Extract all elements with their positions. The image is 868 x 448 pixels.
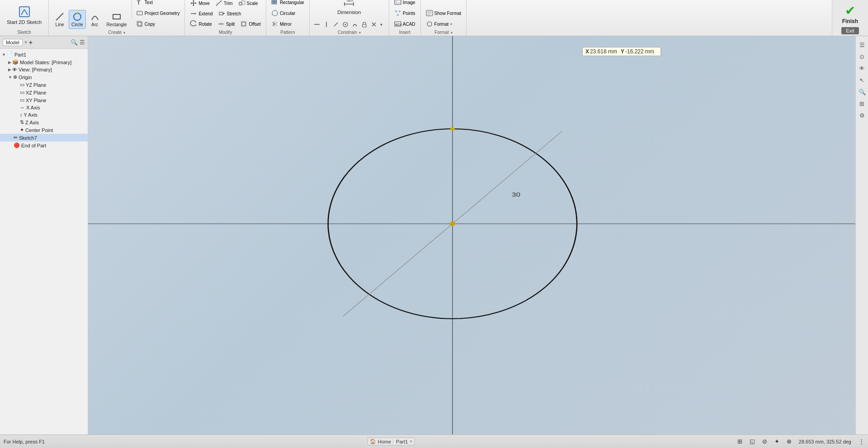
constraint-btn-7[interactable] <box>369 20 378 29</box>
format-button[interactable]: Format ▾ <box>424 19 463 29</box>
offset-button[interactable]: Offset <box>238 19 263 29</box>
tree-icon-xy-plane: ▭ <box>20 97 24 103</box>
svg-rect-11 <box>137 21 141 25</box>
right-btn-5[interactable]: 🔍 <box>857 87 867 97</box>
text-button[interactable]: T Text <box>134 0 182 7</box>
tree-item-yz-plane[interactable]: ▭YZ Plane <box>0 81 88 89</box>
rotate-button[interactable]: Rotate <box>188 19 214 29</box>
move-label: Move <box>198 1 209 6</box>
home-tab[interactable]: 🏠 <box>370 439 376 444</box>
tree-icon-x-axis: ↔ <box>20 105 25 110</box>
show-format-button[interactable]: Show Format <box>424 8 463 18</box>
lock-btn[interactable] <box>360 20 369 29</box>
home-tab-label[interactable]: Home <box>378 439 391 444</box>
svg-rect-33 <box>274 2 277 4</box>
svg-rect-22 <box>219 12 223 15</box>
acad-label: ACAD <box>403 22 415 27</box>
project-geometry-button[interactable]: Project Geometry <box>134 8 182 18</box>
tree-icon-view-primary: 👁 <box>12 67 17 72</box>
exit-button[interactable]: Exit <box>841 27 859 34</box>
tree-label-sketch7: Sketch7 <box>19 135 37 141</box>
constraint-btn-3[interactable] <box>331 20 340 29</box>
status-icon-3[interactable]: ⊘ <box>762 438 767 445</box>
tree-item-view-primary[interactable]: ▶👁View: [Primary] <box>0 66 88 73</box>
svg-rect-30 <box>272 0 274 1</box>
tree-item-origin[interactable]: ▼⊕Origin <box>0 73 88 81</box>
right-btn-3[interactable]: 👁 <box>857 63 867 73</box>
sketch-svg: 30 <box>88 36 855 434</box>
sidebar-search-icon[interactable]: 🔍 <box>71 39 78 46</box>
dimension-button[interactable]: dim Dimension <box>312 0 386 19</box>
tree-item-xy-plane[interactable]: ▭XY Plane <box>0 96 88 104</box>
svg-point-53 <box>399 10 401 12</box>
dimension-label: 30 <box>512 191 520 198</box>
scale-button[interactable]: Scale <box>236 0 260 8</box>
copy-button[interactable]: Copy <box>134 19 182 29</box>
circle-button[interactable]: Circle <box>69 10 86 29</box>
trim-button[interactable]: Trim <box>213 0 235 8</box>
finish-button[interactable]: ✔ Finish <box>838 1 863 26</box>
circular-button[interactable]: Circular <box>269 8 307 18</box>
add-tab-button[interactable]: + <box>29 39 33 46</box>
right-btn-6[interactable]: ⊞ <box>857 99 867 108</box>
tree-label-y-axis: Y Axis <box>24 112 38 118</box>
tree-item-part1[interactable]: ▼📄Part1 <box>0 51 88 58</box>
model-tab-close[interactable]: × <box>24 40 27 45</box>
right-btn-2[interactable]: ⊙ <box>857 52 867 61</box>
status-icon-2[interactable]: ◱ <box>750 438 755 445</box>
status-icon-4[interactable]: ✦ <box>774 438 779 445</box>
tree-label-xz-plane: XZ Plane <box>26 90 46 95</box>
sidebar-menu-icon[interactable]: ☰ <box>80 39 85 46</box>
right-btn-1[interactable]: ☰ <box>857 40 867 50</box>
start-2d-sketch-button[interactable]: Start 2D Sketch <box>3 1 46 29</box>
status-more-icon[interactable]: ⋮ <box>859 438 864 445</box>
part1-tab[interactable]: Part1 <box>393 439 408 444</box>
svg-point-54 <box>397 14 399 16</box>
extend-button[interactable]: Extend <box>188 9 215 19</box>
tree-item-xz-plane[interactable]: ▭XZ Plane <box>0 89 88 96</box>
canvas-area[interactable]: X 23.618 mm Y -16.222 mm 30 <box>88 36 855 434</box>
constraint-btn-5[interactable] <box>350 20 359 29</box>
constraint-btn-1[interactable] <box>312 20 321 29</box>
text-label: Text <box>145 0 153 5</box>
status-icon-1[interactable]: ⊞ <box>737 438 742 445</box>
tree-item-sketch7[interactable]: ✏Sketch7 <box>0 134 88 141</box>
toolbar-group-insert: Image Points ACAD ACAD Insert <box>389 0 421 36</box>
tree-item-y-axis[interactable]: ↕Y Axis <box>0 111 88 118</box>
top-circle-point[interactable] <box>450 127 455 131</box>
right-btn-7[interactable]: ⚙ <box>857 110 867 120</box>
move-button[interactable]: Move <box>188 0 212 8</box>
status-icon-5[interactable]: ⊕ <box>787 438 792 445</box>
sketch-group-label: Sketch <box>17 30 31 35</box>
arc-button[interactable]: Arc <box>87 10 103 29</box>
split-label: Split <box>226 22 235 27</box>
stretch-button[interactable]: Stretch <box>216 9 244 19</box>
tree-icon-xz-plane: ▭ <box>20 90 24 95</box>
right-btn-4[interactable]: ↖ <box>857 75 867 85</box>
svg-text:dim: dim <box>347 0 354 3</box>
tree-item-x-axis[interactable]: ↔X Axis <box>0 104 88 111</box>
split-button[interactable]: Split <box>215 19 237 29</box>
constraint-btn-2[interactable] <box>322 20 331 29</box>
line-button[interactable]: Line <box>52 10 68 29</box>
points-button[interactable]: Points <box>392 8 418 18</box>
tree-item-center-point[interactable]: ✦Center Point <box>0 126 88 134</box>
tree-item-model-states[interactable]: ▶📦Model States: [Primary] <box>0 58 88 66</box>
tree-item-z-axis[interactable]: ⇅Z Axis <box>0 118 88 126</box>
acad-button[interactable]: ACAD ACAD <box>392 19 418 29</box>
svg-point-4 <box>74 13 81 20</box>
rectangular-label: Rectangular <box>280 0 304 5</box>
image-button[interactable]: Image <box>392 0 418 7</box>
constraint-dropdown[interactable]: ▾ <box>379 21 386 28</box>
constraint-btn-4[interactable] <box>341 20 350 29</box>
svg-point-52 <box>395 10 397 12</box>
model-tab[interactable]: Model <box>3 39 23 46</box>
sidebar: Model × + 🔍 ☰ ▼📄Part1▶📦Model States: [Pr… <box>0 36 88 434</box>
rectangular-button[interactable]: Rectangular <box>269 0 307 7</box>
svg-marker-12 <box>193 0 194 1</box>
mirror-button[interactable]: Mirror <box>269 19 307 29</box>
tree-label-model-states: Model States: [Primary] <box>20 60 71 65</box>
tree-item-end-of-part[interactable]: 🔴End of Part <box>0 141 88 149</box>
part1-tab-close[interactable]: × <box>410 439 412 444</box>
rectangle-button[interactable]: Rectangle <box>104 10 130 29</box>
